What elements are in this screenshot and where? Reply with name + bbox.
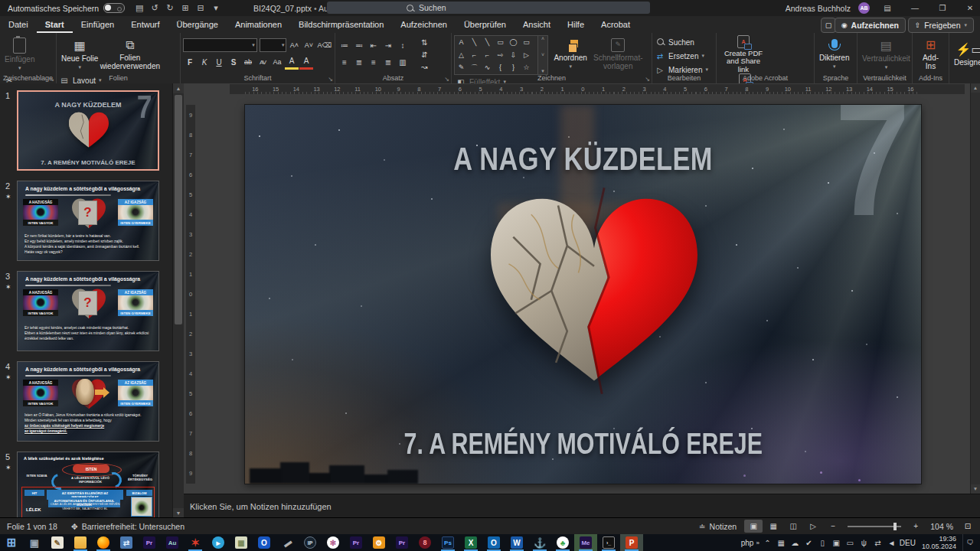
clear-formatting-button[interactable]: A⌫: [316, 39, 332, 51]
align-right-button[interactable]: ≡: [367, 56, 381, 68]
ribbon-tab[interactable]: Überprüfen: [456, 16, 514, 33]
align-center-button[interactable]: ≣: [352, 56, 366, 68]
shape-icon[interactable]: ☆: [520, 61, 533, 73]
excel-app[interactable]: X: [459, 534, 482, 551]
shape-icon[interactable]: △: [455, 49, 468, 61]
paragraph-dialog-launcher[interactable]: ↘: [444, 76, 449, 83]
line-spacing-button[interactable]: ↕: [396, 39, 410, 51]
character-spacing-button[interactable]: AV: [256, 56, 270, 68]
slack-app[interactable]: ✻: [322, 534, 345, 551]
ribbon-tab[interactable]: Start: [37, 16, 73, 33]
premiere-app-2[interactable]: Pr: [345, 534, 368, 551]
new-slide-button[interactable]: ▦ Neue Folie ▾: [59, 35, 100, 73]
shape-icon[interactable]: ⌐: [481, 49, 494, 61]
user-name[interactable]: Andreas Buchholz: [786, 4, 851, 13]
preview-icon[interactable]: ⊟: [194, 3, 207, 13]
remote-desktop-app[interactable]: ⇄: [115, 534, 138, 551]
shape-icon[interactable]: A: [455, 36, 468, 48]
text-shadow-button[interactable]: S: [227, 56, 240, 68]
font-name-combo[interactable]: ▾: [183, 38, 257, 52]
drawing-dialog-launcher[interactable]: ↘: [645, 76, 650, 83]
ip-tool-app[interactable]: IP: [299, 534, 322, 551]
shapes-gallery-scroll[interactable]: ˄˅▾: [538, 35, 548, 75]
tray-overflow-label[interactable]: »: [756, 540, 759, 546]
zoom-in-button[interactable]: +: [906, 520, 925, 533]
reuse-slides-button[interactable]: ⧉ Folien wiederverwenden: [104, 35, 156, 73]
smartart-button[interactable]: ↝: [417, 60, 431, 73]
autosave-control[interactable]: Automatisches Speichern: [8, 3, 125, 13]
volume-icon[interactable]: ◄: [886, 539, 897, 547]
microphone-tray-icon[interactable]: ψ: [858, 539, 870, 547]
fit-slide-to-window-button[interactable]: ⊡: [959, 520, 977, 533]
start-button[interactable]: ⊞: [0, 534, 23, 551]
increase-font-size-button[interactable]: A˄: [287, 39, 301, 51]
font-size-combo[interactable]: ▾: [260, 38, 287, 52]
sensitivity-button[interactable]: ▤ Vertraulichkeit ▾: [860, 35, 913, 73]
shape-icon[interactable]: ∿: [481, 61, 494, 73]
search-box[interactable]: Suchen: [327, 2, 650, 14]
firefox-app[interactable]: [92, 534, 115, 551]
ribbon-tab[interactable]: Einfügen: [73, 16, 122, 33]
ribbon-tab[interactable]: Acrobat: [593, 16, 639, 33]
italic-button[interactable]: K: [198, 56, 211, 68]
scrollbar-thumb[interactable]: [175, 95, 182, 324]
ribbon-tab[interactable]: Entwurf: [122, 16, 168, 33]
slide-subtitle[interactable]: 7. A REMÉNY MOTIVÁLÓ EREJE: [245, 428, 921, 461]
zoom-slider-thumb[interactable]: [893, 523, 897, 530]
outlook-app[interactable]: O: [482, 534, 505, 551]
window-app-tray-icon[interactable]: ▣: [831, 539, 842, 547]
diagram-app[interactable]: ⚙: [368, 534, 390, 551]
security-check-icon[interactable]: ✔: [803, 539, 815, 547]
display-tray-icon[interactable]: ▭: [844, 539, 856, 547]
decrease-font-size-button[interactable]: A˅: [302, 39, 315, 51]
usb-drive-icon[interactable]: ▬: [276, 534, 299, 551]
notes-toggle-button[interactable]: ≐ Notizen: [692, 518, 743, 534]
maroon-app[interactable]: 8: [413, 534, 436, 551]
dictate-button[interactable]: Diktieren ▾: [817, 35, 851, 73]
notification-center-button[interactable]: 🗨: [962, 534, 977, 551]
shape-icon[interactable]: {: [494, 61, 507, 73]
photoshop-app[interactable]: Ps: [436, 534, 459, 551]
bullets-button[interactable]: ≔: [338, 39, 351, 51]
shape-icon[interactable]: ▭: [520, 36, 533, 48]
justify-button[interactable]: ≣: [381, 56, 395, 68]
word-app[interactable]: W: [505, 534, 528, 551]
ribbon-tab[interactable]: Bildschirmpräsentation: [290, 16, 392, 33]
shape-icon[interactable]: ▭: [494, 36, 507, 48]
accessibility-checker[interactable]: ✥ Barrierefreiheit: Untersuchen: [64, 518, 191, 534]
ribbon-display-options-button[interactable]: ▤: [877, 4, 897, 12]
start-from-beginning-icon[interactable]: ⊞: [178, 3, 192, 13]
redo-icon[interactable]: ↻: [163, 3, 177, 13]
close-button[interactable]: ✕: [960, 4, 980, 12]
shape-icon[interactable]: ✎: [455, 61, 468, 73]
thumbnail-scrollbar[interactable]: ▲ ▼: [172, 83, 184, 518]
screen-cast-icon[interactable]: ▦: [776, 539, 787, 547]
leaf-app[interactable]: ♣: [551, 534, 574, 551]
slide-thumbnail-3[interactable]: A nagy küzdelem a sötétségből a világoss…: [17, 271, 159, 351]
undo-icon[interactable]: ↺: [148, 3, 162, 13]
slide-title[interactable]: A NAGY KÜZDELEM: [245, 140, 921, 178]
user-avatar[interactable]: AB: [858, 2, 870, 14]
shape-icon[interactable]: ◯: [507, 36, 520, 48]
slide-editing-surface[interactable]: 7 A NAGY KÜZDELEM: [245, 105, 921, 484]
highlight-color-button[interactable]: A: [285, 55, 299, 70]
shape-icon[interactable]: ╲: [468, 36, 481, 48]
clock[interactable]: 19:36 10.05.2024: [918, 535, 960, 551]
ribbon-tab[interactable]: Datei: [0, 16, 37, 33]
terminal-app[interactable]: ›_: [597, 534, 620, 551]
bold-button[interactable]: F: [183, 56, 197, 68]
onedrive-icon[interactable]: ☁: [789, 539, 801, 547]
zoom-level[interactable]: 104 %: [926, 518, 958, 534]
font-dialog-launcher[interactable]: ↘: [328, 76, 333, 83]
slide-thumbnail-5[interactable]: A lélek szükségletei és azok kielégítése…: [17, 452, 159, 518]
share-button[interactable]: ⇧ Freigeben ▾: [908, 18, 974, 33]
slideshow-button[interactable]: ▷: [804, 520, 822, 533]
keyboard-language[interactable]: DEU: [900, 539, 916, 547]
shape-icon[interactable]: ⇨: [494, 49, 507, 61]
scroll-down-icon[interactable]: ▼: [971, 484, 980, 494]
slide-thumbnail-4[interactable]: A nagy küzdelem a sötétségből a világoss…: [17, 361, 159, 442]
notes-pane[interactable]: Klicken Sie, um Notizen hinzuzufügen: [184, 494, 980, 518]
numbering-button[interactable]: ≕: [352, 39, 366, 51]
columns-button[interactable]: ▥: [396, 56, 410, 68]
increase-indent-button[interactable]: ⇥: [381, 39, 395, 51]
